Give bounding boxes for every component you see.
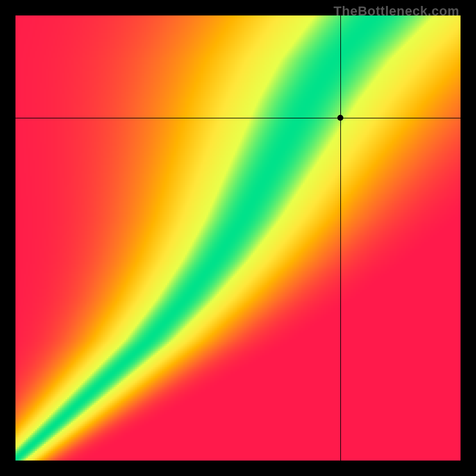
heatmap-canvas <box>15 15 461 461</box>
plot-frame <box>15 15 461 461</box>
chart-root: TheBottleneck.com <box>0 0 476 476</box>
watermark-text: TheBottleneck.com <box>334 4 459 19</box>
crosshair-horizontal <box>15 118 461 118</box>
marker-dot <box>337 115 343 121</box>
crosshair-vertical <box>340 15 341 461</box>
